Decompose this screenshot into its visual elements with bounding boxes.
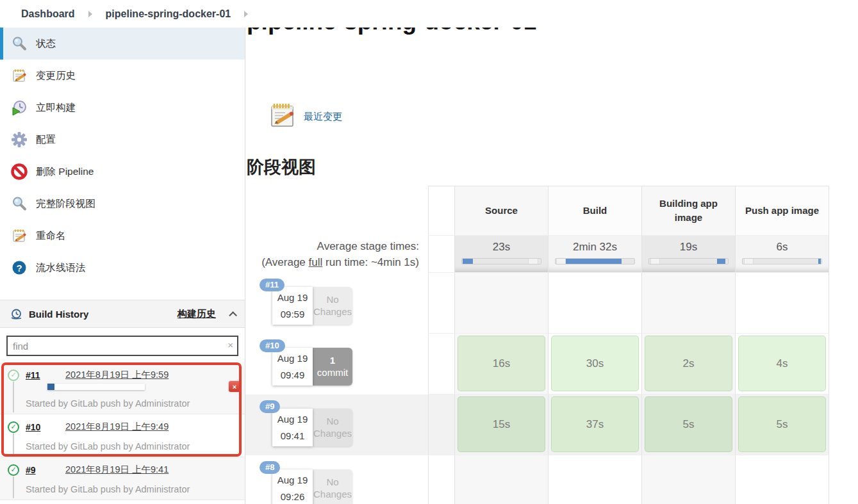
stage-success-cell[interactable]: 2s: [645, 336, 732, 391]
build-progress-fill: [47, 384, 54, 390]
sidebar-item[interactable]: 状态: [0, 28, 245, 60]
average-stage-times-label: Average stage times:: [317, 240, 419, 253]
average-stage-time-cell: 23s: [455, 236, 549, 273]
stage-success-cell[interactable]: 37s: [551, 396, 639, 452]
no-changes-box[interactable]: NoChanges: [313, 409, 352, 446]
stage-success-cell[interactable]: 15s: [458, 396, 545, 452]
bar-segment-marker: [528, 259, 538, 264]
bar-segment-marker: [650, 259, 660, 264]
stage-build-row: #11Aug 1909:59NoChanges: [245, 273, 829, 334]
stage-result-cell: [642, 455, 736, 504]
sidebar-item-label: 完整阶段视图: [36, 197, 95, 211]
sidebar-item-label: 立即构建: [36, 101, 76, 115]
build-cause-text: Started by GitLab push by Administrator: [26, 441, 237, 451]
build-number-badge[interactable]: #10: [260, 339, 285, 352]
no-changes-box[interactable]: NoChanges: [313, 287, 352, 325]
sidebar-item[interactable]: ?流水线语法: [0, 252, 245, 284]
stage-result-cell: 4s: [736, 334, 829, 394]
stage-result-cell: [549, 273, 642, 334]
breadcrumb-chevron-icon: [244, 11, 248, 17]
build-info-cell: #10Aug 1909:491commit: [245, 334, 428, 394]
page-title: pipeline-spring-docker-01: [247, 28, 858, 36]
average-stage-time-value: 2min 32s: [549, 241, 641, 254]
build-number-badge[interactable]: #11: [260, 279, 285, 291]
stage-column-header: Building app image: [642, 186, 736, 236]
build-status-icon[interactable]: ✓: [8, 421, 19, 433]
sidebar-item[interactable]: 完整阶段视图: [0, 188, 245, 220]
stage-success-cell[interactable]: 4s: [738, 336, 826, 391]
svg-text:?: ?: [16, 263, 22, 273]
bar-segment-marker: [744, 259, 754, 264]
sidebar-item-label: 变更历史: [36, 69, 76, 83]
page-title-clipped: pipeline-spring-docker-01: [247, 28, 858, 36]
build-datetime-card[interactable]: Aug 1909:26: [272, 469, 313, 504]
build-number-badge[interactable]: #8: [260, 461, 280, 474]
changes-line: No: [326, 476, 338, 489]
average-times-row: Average stage times:(Average full run ti…: [245, 236, 829, 273]
no-changes-box[interactable]: NoChanges: [313, 469, 352, 504]
sidebar-item[interactable]: 变更历史: [0, 60, 245, 92]
stage-view-table: SourceBuildBuilding app imagePush app im…: [245, 186, 829, 504]
average-times-gap: [428, 236, 455, 273]
stage-success-cell[interactable]: 16s: [458, 336, 545, 391]
stage-success-cell[interactable]: 30s: [551, 336, 639, 391]
recent-changes-link[interactable]: 最近变更: [268, 101, 342, 133]
build-datetime-card[interactable]: Aug 1909:59: [272, 287, 313, 325]
notepad-icon: [11, 227, 28, 244]
build-cause-text: Started by GitLab push by Administrator: [26, 398, 237, 409]
build-info-cell: #11Aug 1909:59NoChanges: [245, 273, 428, 334]
breadcrumb-item[interactable]: pipeline-spring-docker-01: [106, 8, 231, 20]
clear-search-icon[interactable]: ×: [227, 339, 233, 351]
stage-result-cell: 16s: [455, 334, 549, 394]
chevron-up-icon[interactable]: [229, 311, 237, 320]
notepad-icon: [11, 67, 28, 84]
build-number-link[interactable]: #9: [26, 465, 47, 475]
stage-success-cell[interactable]: 5s: [738, 396, 826, 452]
breadcrumb-item[interactable]: Dashboard: [21, 8, 75, 20]
sidebar-menu: 状态变更历史立即构建配置删除 Pipeline完整阶段视图重命名?流水线语法: [0, 28, 245, 284]
sidebar-item[interactable]: 删除 Pipeline: [0, 156, 245, 188]
build-history-link[interactable]: 构建历史: [177, 308, 216, 320]
stage-header-spacer: [245, 186, 428, 236]
average-time-bar: [555, 258, 635, 264]
stage-result-cell: 5s: [736, 394, 829, 455]
build-datetime-card[interactable]: Aug 1909:41: [272, 409, 313, 446]
build-history-search-input[interactable]: [6, 336, 238, 356]
sidebar-item[interactable]: 配置: [0, 124, 245, 156]
stage-build-row: #9Aug 1909:41NoChanges15s37s5s5s: [245, 394, 829, 455]
stage-result-cell: [736, 455, 829, 504]
build-status-icon[interactable]: ✓: [8, 370, 19, 381]
bar-segment-stage-share: [566, 259, 622, 264]
stage-success-cell[interactable]: 5s: [645, 396, 732, 452]
changes-line: Changes: [313, 428, 352, 440]
build-history-title: Build History: [29, 309, 88, 320]
bar-segment-stage-share: [463, 259, 473, 264]
build-status-icon[interactable]: ✓: [8, 464, 19, 476]
build-number-link[interactable]: #11: [26, 370, 47, 380]
commits-box[interactable]: 1commit: [313, 348, 352, 386]
average-stage-time-value: 23s: [455, 241, 548, 254]
sidebar-item-label: 流水线语法: [36, 261, 86, 275]
stage-row-gap: [428, 394, 455, 455]
notepad-icon: [268, 101, 297, 133]
build-date-link[interactable]: 2021年8月19日 上午9:59: [65, 369, 169, 381]
stage-column-header: Push app image: [736, 186, 829, 236]
build-date-link[interactable]: 2021年8月19日 上午9:49: [65, 421, 169, 433]
build-datetime-card[interactable]: Aug 1909:49: [272, 348, 313, 386]
sidebar-item-label: 配置: [36, 133, 56, 147]
stage-row-gap: [428, 273, 455, 334]
delete-build-icon[interactable]: ×: [229, 381, 240, 392]
stage-duration: 5s: [777, 418, 788, 431]
stage-duration: 5s: [683, 418, 695, 431]
build-date-link[interactable]: 2021年8月19日 上午9:41: [65, 464, 169, 476]
sidebar: 状态变更历史立即构建配置删除 Pipeline完整阶段视图重命名?流水线语法 B…: [0, 28, 245, 504]
stage-build-row: #10Aug 1909:491commit16s30s2s4s: [245, 334, 829, 394]
sidebar-item[interactable]: 重命名: [0, 220, 245, 252]
bar-segment-marker: [556, 259, 566, 264]
build-number-link[interactable]: #10: [26, 422, 47, 432]
build-history-list: ✓#112021年8月19日 上午9:59×Started by GitLab …: [0, 362, 245, 500]
build-date: Aug 19: [277, 414, 308, 425]
main-content: pipeline-spring-docker-01 最近变更 阶段视图 Sour…: [245, 28, 858, 504]
build-number-badge[interactable]: #9: [260, 400, 280, 413]
sidebar-item[interactable]: 立即构建: [0, 92, 245, 124]
